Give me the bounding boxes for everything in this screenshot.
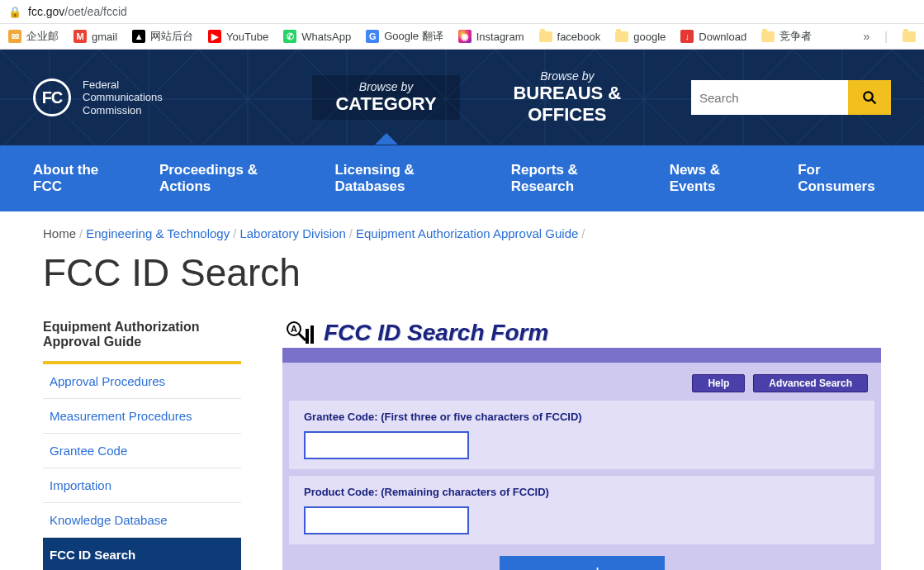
bookmark-icon: ◉ bbox=[458, 30, 471, 43]
product-code-input[interactable] bbox=[304, 506, 469, 534]
bookmark-icon: ▲ bbox=[132, 30, 145, 43]
breadcrumb-item[interactable]: Equipment Authorization Approval Guide bbox=[356, 226, 578, 240]
sidebar-item-label: Importation bbox=[43, 468, 241, 502]
product-code-label: Product Code: (Remaining characters of F… bbox=[304, 486, 860, 498]
nav-item[interactable]: About the FCC bbox=[33, 145, 121, 211]
nav-item[interactable]: Reports & Research bbox=[511, 145, 632, 211]
bookmark-label: gmail bbox=[92, 31, 117, 43]
breadcrumb-item[interactable]: Laboratory Division bbox=[239, 226, 345, 240]
bookmarks-bar: ✉企业邮Mgmail▲网站后台▶YouTube✆WhatsAppGGoogle … bbox=[0, 24, 924, 50]
advanced-search-button[interactable]: Advanced Search bbox=[753, 374, 868, 392]
folder-icon[interactable] bbox=[903, 31, 916, 42]
search-submit-button[interactable]: search bbox=[500, 556, 665, 570]
breadcrumb-item[interactable]: Home bbox=[43, 226, 76, 240]
bookmark-icon: ✆ bbox=[283, 30, 296, 43]
address-bar: 🔒 fcc.gov/oet/ea/fccid bbox=[0, 0, 924, 24]
bookmark-label: YouTube bbox=[226, 31, 268, 43]
main-content: A FCC ID Search Form Help Advanced Searc… bbox=[282, 320, 881, 570]
grantee-code-input[interactable] bbox=[304, 431, 469, 459]
form-search-icon: A bbox=[282, 321, 319, 345]
bookmark-label: Download bbox=[699, 31, 746, 43]
logo-line: Federal bbox=[83, 78, 119, 91]
svg-rect-6 bbox=[310, 325, 314, 344]
sidebar-item[interactable]: Grantee Code bbox=[43, 434, 241, 468]
bookmark-icon: ▶ bbox=[208, 30, 221, 43]
bookmark-label: 竞争者 bbox=[779, 29, 812, 44]
browse-category: CATEGORY bbox=[335, 93, 436, 115]
nav-item[interactable]: News & Events bbox=[670, 145, 760, 211]
bookmark-item[interactable]: facebook bbox=[539, 31, 601, 43]
fcc-logo[interactable]: FC Federal Communications Commission bbox=[33, 78, 163, 117]
sidebar-item-label: Grantee Code bbox=[43, 434, 241, 468]
sidebar-item-label: Knowledge Database bbox=[43, 503, 241, 537]
bookmark-label: 网站后台 bbox=[150, 29, 193, 44]
bookmark-label: Instagram bbox=[476, 31, 524, 43]
sidebar-item[interactable]: Approval Procedures bbox=[43, 364, 241, 399]
bookmark-icon: G bbox=[366, 30, 379, 43]
bookmark-item[interactable]: google bbox=[615, 31, 666, 43]
bookmark-label: facebook bbox=[557, 31, 601, 43]
sidebar-item-label: FCC ID Search bbox=[43, 538, 241, 570]
bookmark-label: 企业邮 bbox=[26, 29, 59, 44]
breadcrumb: Home/Engineering & Technology/Laboratory… bbox=[0, 211, 924, 245]
bookmark-item[interactable]: GGoogle 翻译 bbox=[366, 29, 443, 44]
svg-rect-5 bbox=[306, 329, 309, 344]
logo-line: Commission bbox=[83, 104, 142, 116]
nav-item[interactable]: For Consumers bbox=[798, 145, 891, 211]
nav-item[interactable]: Licensing & Databases bbox=[334, 145, 472, 211]
sidebar-heading: Equipment Authorization Approval Guide bbox=[43, 320, 241, 364]
help-button[interactable]: Help bbox=[692, 374, 745, 392]
bookmark-item[interactable]: ▲网站后台 bbox=[132, 29, 193, 44]
logo-line: Communications bbox=[83, 91, 163, 103]
bookmark-item[interactable]: ▶YouTube bbox=[208, 30, 268, 43]
form-title: FCC ID Search Form bbox=[324, 320, 548, 346]
url-path: /oet/ea/fccid bbox=[64, 5, 127, 18]
form-panel: Help Advanced Search Grantee Code: (Firs… bbox=[282, 363, 881, 570]
fcc-logo-text: Federal Communications Commission bbox=[83, 78, 163, 117]
product-code-block: Product Code: (Remaining characters of F… bbox=[289, 476, 874, 544]
bookmark-icon: ✉ bbox=[8, 30, 21, 43]
sidebar-item[interactable]: Importation bbox=[43, 468, 241, 503]
form-header-bar bbox=[282, 348, 881, 363]
bookmark-item[interactable]: Mgmail bbox=[73, 30, 117, 43]
svg-point-0 bbox=[864, 92, 873, 101]
bookmark-icon: M bbox=[73, 30, 87, 43]
sidebar-item[interactable]: Measurement Procedures bbox=[43, 399, 241, 434]
svg-line-4 bbox=[299, 334, 306, 340]
global-search bbox=[691, 80, 891, 115]
sidebar-item-label: Measurement Procedures bbox=[43, 399, 241, 433]
browse-by-bureaus[interactable]: Browse by BUREAUS & OFFICES bbox=[476, 64, 658, 131]
bookmark-item[interactable]: ✉企业邮 bbox=[8, 29, 59, 44]
search-icon bbox=[862, 90, 877, 105]
bookmarks-overflow[interactable]: » bbox=[864, 30, 870, 43]
bookmark-icon: ↓ bbox=[680, 30, 694, 43]
bookmark-item[interactable]: ↓Download bbox=[680, 30, 746, 43]
url-host: fcc.gov bbox=[28, 5, 64, 18]
nav-item[interactable]: Proceedings & Actions bbox=[159, 145, 297, 211]
bookmark-item[interactable]: ◉Instagram bbox=[458, 30, 524, 43]
search-button[interactable] bbox=[848, 80, 891, 115]
browse-by-category[interactable]: Browse by CATEGORY bbox=[312, 75, 459, 120]
bookmark-label: WhatsApp bbox=[301, 31, 351, 43]
lock-icon: 🔒 bbox=[8, 6, 21, 18]
bookmark-item[interactable]: ✆WhatsApp bbox=[283, 30, 351, 43]
folder-icon bbox=[539, 31, 552, 42]
primary-nav: About the FCCProceedings & ActionsLicens… bbox=[0, 145, 924, 211]
bookmark-item[interactable]: 竞争者 bbox=[761, 29, 812, 44]
breadcrumb-item[interactable]: Engineering & Technology bbox=[86, 226, 230, 240]
site-banner: FC Federal Communications Commission Bro… bbox=[0, 50, 924, 145]
sidebar-item[interactable]: Knowledge Database bbox=[43, 503, 241, 538]
bookmark-label: google bbox=[633, 31, 666, 43]
sidebar-item-label: Approval Procedures bbox=[43, 364, 241, 398]
sidebar: Equipment Authorization Approval Guide A… bbox=[43, 320, 241, 570]
browse-by-label: Browse by bbox=[335, 80, 436, 93]
grantee-code-label: Grantee Code: (First three or five chara… bbox=[304, 411, 860, 423]
fcc-logo-icon: FC bbox=[33, 78, 71, 116]
url-display: fcc.gov/oet/ea/fccid bbox=[28, 5, 127, 18]
folder-icon bbox=[761, 31, 775, 42]
search-input[interactable] bbox=[691, 80, 848, 115]
browse-by-label: Browse by bbox=[500, 69, 635, 83]
page-title: FCC ID Search bbox=[0, 245, 924, 320]
sidebar-item[interactable]: FCC ID Search bbox=[43, 538, 241, 570]
svg-text:A: A bbox=[291, 324, 297, 334]
